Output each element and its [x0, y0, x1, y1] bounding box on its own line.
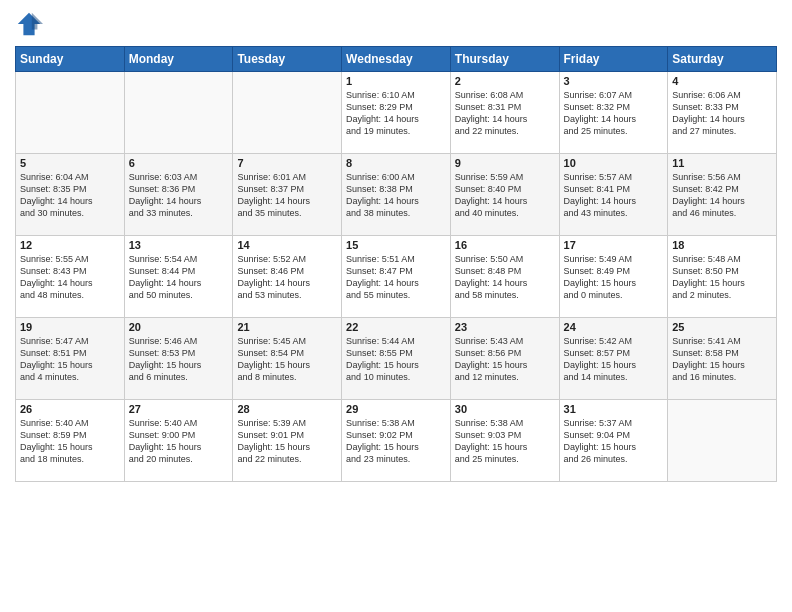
- day-number: 2: [455, 75, 555, 87]
- day-number: 28: [237, 403, 337, 415]
- day-info: Sunrise: 5:45 AM Sunset: 8:54 PM Dayligh…: [237, 335, 337, 384]
- calendar-cell: 30Sunrise: 5:38 AM Sunset: 9:03 PM Dayli…: [450, 400, 559, 482]
- calendar-cell: 19Sunrise: 5:47 AM Sunset: 8:51 PM Dayli…: [16, 318, 125, 400]
- calendar-cell: 3Sunrise: 6:07 AM Sunset: 8:32 PM Daylig…: [559, 72, 668, 154]
- calendar-cell: 21Sunrise: 5:45 AM Sunset: 8:54 PM Dayli…: [233, 318, 342, 400]
- day-info: Sunrise: 6:00 AM Sunset: 8:38 PM Dayligh…: [346, 171, 446, 220]
- day-info: Sunrise: 5:38 AM Sunset: 9:03 PM Dayligh…: [455, 417, 555, 466]
- calendar-cell: 6Sunrise: 6:03 AM Sunset: 8:36 PM Daylig…: [124, 154, 233, 236]
- calendar-cell: 13Sunrise: 5:54 AM Sunset: 8:44 PM Dayli…: [124, 236, 233, 318]
- calendar-cell: 12Sunrise: 5:55 AM Sunset: 8:43 PM Dayli…: [16, 236, 125, 318]
- week-row-5: 26Sunrise: 5:40 AM Sunset: 8:59 PM Dayli…: [16, 400, 777, 482]
- page: SundayMondayTuesdayWednesdayThursdayFrid…: [0, 0, 792, 612]
- day-info: Sunrise: 5:54 AM Sunset: 8:44 PM Dayligh…: [129, 253, 229, 302]
- calendar-cell: 9Sunrise: 5:59 AM Sunset: 8:40 PM Daylig…: [450, 154, 559, 236]
- calendar-cell: 20Sunrise: 5:46 AM Sunset: 8:53 PM Dayli…: [124, 318, 233, 400]
- day-info: Sunrise: 5:57 AM Sunset: 8:41 PM Dayligh…: [564, 171, 664, 220]
- svg-marker-1: [32, 13, 43, 30]
- header: [15, 10, 777, 38]
- day-info: Sunrise: 5:47 AM Sunset: 8:51 PM Dayligh…: [20, 335, 120, 384]
- day-info: Sunrise: 5:40 AM Sunset: 9:00 PM Dayligh…: [129, 417, 229, 466]
- day-info: Sunrise: 5:50 AM Sunset: 8:48 PM Dayligh…: [455, 253, 555, 302]
- day-number: 25: [672, 321, 772, 333]
- day-number: 13: [129, 239, 229, 251]
- day-number: 16: [455, 239, 555, 251]
- day-number: 18: [672, 239, 772, 251]
- weekday-header-row: SundayMondayTuesdayWednesdayThursdayFrid…: [16, 47, 777, 72]
- day-info: Sunrise: 6:03 AM Sunset: 8:36 PM Dayligh…: [129, 171, 229, 220]
- day-number: 26: [20, 403, 120, 415]
- calendar-cell: 1Sunrise: 6:10 AM Sunset: 8:29 PM Daylig…: [342, 72, 451, 154]
- day-info: Sunrise: 5:55 AM Sunset: 8:43 PM Dayligh…: [20, 253, 120, 302]
- day-number: 6: [129, 157, 229, 169]
- weekday-header-wednesday: Wednesday: [342, 47, 451, 72]
- day-info: Sunrise: 5:42 AM Sunset: 8:57 PM Dayligh…: [564, 335, 664, 384]
- calendar-cell: 7Sunrise: 6:01 AM Sunset: 8:37 PM Daylig…: [233, 154, 342, 236]
- day-info: Sunrise: 6:04 AM Sunset: 8:35 PM Dayligh…: [20, 171, 120, 220]
- day-number: 24: [564, 321, 664, 333]
- day-number: 19: [20, 321, 120, 333]
- day-info: Sunrise: 5:40 AM Sunset: 8:59 PM Dayligh…: [20, 417, 120, 466]
- calendar-cell: 8Sunrise: 6:00 AM Sunset: 8:38 PM Daylig…: [342, 154, 451, 236]
- weekday-header-saturday: Saturday: [668, 47, 777, 72]
- weekday-header-sunday: Sunday: [16, 47, 125, 72]
- calendar-cell: 2Sunrise: 6:08 AM Sunset: 8:31 PM Daylig…: [450, 72, 559, 154]
- day-number: 11: [672, 157, 772, 169]
- week-row-3: 12Sunrise: 5:55 AM Sunset: 8:43 PM Dayli…: [16, 236, 777, 318]
- week-row-4: 19Sunrise: 5:47 AM Sunset: 8:51 PM Dayli…: [16, 318, 777, 400]
- calendar-cell: 26Sunrise: 5:40 AM Sunset: 8:59 PM Dayli…: [16, 400, 125, 482]
- weekday-header-friday: Friday: [559, 47, 668, 72]
- calendar-cell: 10Sunrise: 5:57 AM Sunset: 8:41 PM Dayli…: [559, 154, 668, 236]
- weekday-header-tuesday: Tuesday: [233, 47, 342, 72]
- calendar-cell: 22Sunrise: 5:44 AM Sunset: 8:55 PM Dayli…: [342, 318, 451, 400]
- day-info: Sunrise: 5:59 AM Sunset: 8:40 PM Dayligh…: [455, 171, 555, 220]
- calendar-cell: 17Sunrise: 5:49 AM Sunset: 8:49 PM Dayli…: [559, 236, 668, 318]
- calendar-cell: 16Sunrise: 5:50 AM Sunset: 8:48 PM Dayli…: [450, 236, 559, 318]
- day-number: 8: [346, 157, 446, 169]
- day-info: Sunrise: 5:51 AM Sunset: 8:47 PM Dayligh…: [346, 253, 446, 302]
- day-number: 17: [564, 239, 664, 251]
- day-number: 31: [564, 403, 664, 415]
- day-info: Sunrise: 6:07 AM Sunset: 8:32 PM Dayligh…: [564, 89, 664, 138]
- day-number: 20: [129, 321, 229, 333]
- day-info: Sunrise: 6:06 AM Sunset: 8:33 PM Dayligh…: [672, 89, 772, 138]
- day-number: 15: [346, 239, 446, 251]
- calendar-cell: 18Sunrise: 5:48 AM Sunset: 8:50 PM Dayli…: [668, 236, 777, 318]
- day-info: Sunrise: 5:43 AM Sunset: 8:56 PM Dayligh…: [455, 335, 555, 384]
- day-number: 3: [564, 75, 664, 87]
- calendar-cell: 27Sunrise: 5:40 AM Sunset: 9:00 PM Dayli…: [124, 400, 233, 482]
- day-info: Sunrise: 5:49 AM Sunset: 8:49 PM Dayligh…: [564, 253, 664, 302]
- day-info: Sunrise: 5:48 AM Sunset: 8:50 PM Dayligh…: [672, 253, 772, 302]
- day-info: Sunrise: 6:10 AM Sunset: 8:29 PM Dayligh…: [346, 89, 446, 138]
- day-number: 10: [564, 157, 664, 169]
- calendar-cell: 29Sunrise: 5:38 AM Sunset: 9:02 PM Dayli…: [342, 400, 451, 482]
- calendar-cell: 23Sunrise: 5:43 AM Sunset: 8:56 PM Dayli…: [450, 318, 559, 400]
- day-number: 1: [346, 75, 446, 87]
- calendar-cell: [668, 400, 777, 482]
- day-number: 29: [346, 403, 446, 415]
- calendar: SundayMondayTuesdayWednesdayThursdayFrid…: [15, 46, 777, 482]
- weekday-header-monday: Monday: [124, 47, 233, 72]
- day-info: Sunrise: 5:52 AM Sunset: 8:46 PM Dayligh…: [237, 253, 337, 302]
- calendar-cell: 5Sunrise: 6:04 AM Sunset: 8:35 PM Daylig…: [16, 154, 125, 236]
- day-number: 12: [20, 239, 120, 251]
- day-info: Sunrise: 5:37 AM Sunset: 9:04 PM Dayligh…: [564, 417, 664, 466]
- weekday-header-thursday: Thursday: [450, 47, 559, 72]
- day-number: 5: [20, 157, 120, 169]
- day-number: 27: [129, 403, 229, 415]
- day-info: Sunrise: 5:44 AM Sunset: 8:55 PM Dayligh…: [346, 335, 446, 384]
- day-number: 22: [346, 321, 446, 333]
- logo-icon: [15, 10, 43, 38]
- calendar-cell: [233, 72, 342, 154]
- logo: [15, 10, 47, 38]
- week-row-2: 5Sunrise: 6:04 AM Sunset: 8:35 PM Daylig…: [16, 154, 777, 236]
- calendar-cell: 28Sunrise: 5:39 AM Sunset: 9:01 PM Dayli…: [233, 400, 342, 482]
- day-info: Sunrise: 6:08 AM Sunset: 8:31 PM Dayligh…: [455, 89, 555, 138]
- calendar-cell: 24Sunrise: 5:42 AM Sunset: 8:57 PM Dayli…: [559, 318, 668, 400]
- week-row-1: 1Sunrise: 6:10 AM Sunset: 8:29 PM Daylig…: [16, 72, 777, 154]
- day-info: Sunrise: 5:39 AM Sunset: 9:01 PM Dayligh…: [237, 417, 337, 466]
- calendar-cell: 11Sunrise: 5:56 AM Sunset: 8:42 PM Dayli…: [668, 154, 777, 236]
- day-info: Sunrise: 5:46 AM Sunset: 8:53 PM Dayligh…: [129, 335, 229, 384]
- day-info: Sunrise: 5:38 AM Sunset: 9:02 PM Dayligh…: [346, 417, 446, 466]
- calendar-cell: 15Sunrise: 5:51 AM Sunset: 8:47 PM Dayli…: [342, 236, 451, 318]
